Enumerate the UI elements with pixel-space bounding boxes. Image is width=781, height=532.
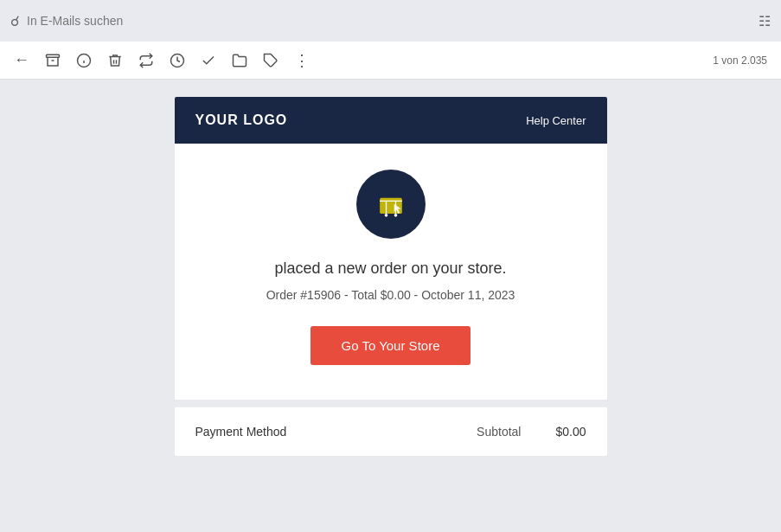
order-details: Order #15906 - Total $0.00 - October 11,… xyxy=(209,288,573,302)
filter-icon[interactable]: ☷ xyxy=(759,13,771,29)
delete-icon[interactable] xyxy=(107,53,123,68)
label-icon[interactable] xyxy=(263,53,278,68)
svg-rect-0 xyxy=(47,54,60,57)
logo-text: YOUR LOGO xyxy=(195,112,288,128)
email-header: YOUR LOGO Help Center xyxy=(175,97,607,144)
svg-point-10 xyxy=(394,214,397,217)
back-button[interactable]: ← xyxy=(14,51,29,69)
email-wrapper: YOUR LOGO Help Center xyxy=(175,97,607,515)
toolbar: ← ⋮ 1 von 2.035 xyxy=(0,42,781,80)
move-icon[interactable] xyxy=(138,53,154,68)
clock-icon[interactable] xyxy=(170,53,185,68)
email-count: 1 von 2.035 xyxy=(713,54,767,67)
search-icon: ☌ xyxy=(10,13,20,29)
more-icon[interactable]: ⋮ xyxy=(294,51,310,70)
search-bar: ☌ ☷ xyxy=(0,0,781,42)
go-to-store-button[interactable]: Go To Your Store xyxy=(310,326,471,365)
info-icon[interactable] xyxy=(76,53,92,68)
cart-icon-circle xyxy=(356,170,426,239)
folder-icon[interactable] xyxy=(232,53,247,68)
subtotal-section: Subtotal $0.00 xyxy=(477,425,586,439)
subtotal-value: $0.00 xyxy=(555,425,586,439)
archive-icon[interactable] xyxy=(45,53,61,68)
search-input[interactable] xyxy=(27,14,752,28)
payment-method-label: Payment Method xyxy=(195,425,287,439)
cart-icon xyxy=(372,185,410,223)
payment-card: Payment Method Subtotal $0.00 xyxy=(175,407,607,456)
email-card: YOUR LOGO Help Center xyxy=(175,97,607,400)
checkmark-icon[interactable] xyxy=(201,53,216,68)
email-area: YOUR LOGO Help Center xyxy=(0,80,781,532)
svg-point-9 xyxy=(384,214,387,217)
help-center-link[interactable]: Help Center xyxy=(526,114,586,127)
email-body: placed a new order on your store. Order … xyxy=(175,144,607,400)
order-text: placed a new order on your store. xyxy=(209,260,573,278)
subtotal-label: Subtotal xyxy=(477,425,521,439)
